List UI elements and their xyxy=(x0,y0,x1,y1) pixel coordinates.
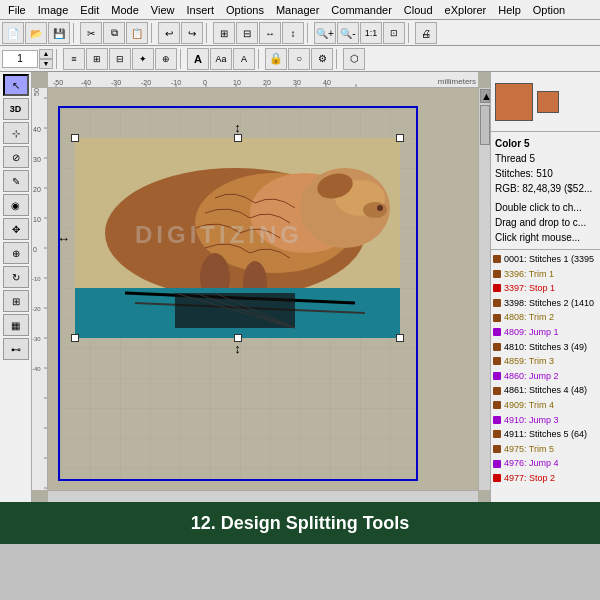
handle-tc[interactable] xyxy=(234,134,242,142)
stitch-item[interactable]: 4809: Jump 1 xyxy=(493,325,598,340)
stitches-label: Stitches: 510 xyxy=(495,166,596,181)
scroll-up-btn[interactable]: ▲ xyxy=(480,89,490,103)
stitch-btn2[interactable]: ⊞ xyxy=(86,48,108,70)
menu-cloud[interactable]: Cloud xyxy=(398,2,439,18)
cut-button[interactable]: ✂ xyxy=(80,22,102,44)
handle-bl[interactable] xyxy=(71,334,79,342)
select-all-button[interactable]: ⊞ xyxy=(213,22,235,44)
stitch-color-dot xyxy=(493,299,501,307)
toolbar-1: 📄 📂 💾 ✂ ⧉ 📋 ↩ ↪ ⊞ ⊟ ↔ ↕ 🔍+ 🔍- 1:1 ⊡ 🖨 xyxy=(0,20,600,46)
copy-button[interactable]: ⧉ xyxy=(103,22,125,44)
menu-view[interactable]: View xyxy=(145,2,181,18)
select-tool[interactable]: ⊹ xyxy=(3,122,29,144)
stitch-item[interactable]: 3398: Stitches 2 (1410 xyxy=(493,296,598,311)
menu-bar: File Image Edit Mode View Insert Options… xyxy=(0,0,600,20)
handle-tr[interactable] xyxy=(396,134,404,142)
stitch-item[interactable]: 0001: Stitches 1 (3395 xyxy=(493,252,598,267)
circle-btn[interactable]: ○ xyxy=(288,48,310,70)
text-btn-A2[interactable]: A xyxy=(233,48,255,70)
eye-tool[interactable]: ◉ xyxy=(3,194,29,216)
arrow-tool[interactable]: ↖ xyxy=(3,74,29,96)
stitch-item[interactable]: 4860: Jump 2 xyxy=(493,369,598,384)
v-tick-20: 20 xyxy=(33,186,41,193)
stitch-btn4[interactable]: ✦ xyxy=(132,48,154,70)
handle-tl[interactable] xyxy=(71,134,79,142)
menu-edit[interactable]: Edit xyxy=(74,2,105,18)
select2-button[interactable]: ⊟ xyxy=(236,22,258,44)
h-scrollbar[interactable] xyxy=(48,490,478,502)
v-tick-n30: -30 xyxy=(32,336,41,342)
redo-button[interactable]: ↪ xyxy=(181,22,203,44)
zoom-100-button[interactable]: 1:1 xyxy=(360,22,382,44)
undo-button[interactable]: ↩ xyxy=(158,22,180,44)
scroll-thumb[interactable] xyxy=(480,105,490,145)
print-button[interactable]: 🖨 xyxy=(415,22,437,44)
gear-btn[interactable]: ⚙ xyxy=(311,48,333,70)
stitch-btn1[interactable]: ≡ xyxy=(63,48,85,70)
3d-tool[interactable]: 3D xyxy=(3,98,29,120)
stitch-item[interactable]: 3396: Trim 1 xyxy=(493,267,598,282)
left-toolbar: ↖ 3D ⊹ ⊘ ✎ ◉ ✥ ⊕ ↻ ⊞ ▦ ⊷ xyxy=(0,72,32,502)
stitch-list[interactable]: 0001: Stitches 1 (33953396: Trim 13397: … xyxy=(491,250,600,502)
zoom-out-button[interactable]: 🔍- xyxy=(337,22,359,44)
sep9 xyxy=(336,49,340,69)
menu-explorer[interactable]: eXplorer xyxy=(439,2,493,18)
stitch-item[interactable]: 4859: Trim 3 xyxy=(493,354,598,369)
fill-tool[interactable]: ▦ xyxy=(3,314,29,336)
v-tick-n20: -20 xyxy=(32,306,41,312)
sep7 xyxy=(180,49,184,69)
stitch-item[interactable]: 4911: Stitches 5 (64) xyxy=(493,427,598,442)
extra-btn[interactable]: ⬡ xyxy=(343,48,365,70)
paste-button[interactable]: 📋 xyxy=(126,22,148,44)
stitch-item[interactable]: 4861: Stitches 4 (48) xyxy=(493,383,598,398)
stitch-item[interactable]: 4977: Stop 2 xyxy=(493,471,598,486)
new-button[interactable]: 📄 xyxy=(2,22,24,44)
move-tool[interactable]: ✥ xyxy=(3,218,29,240)
zoom-input[interactable] xyxy=(2,50,38,68)
text-btn-A[interactable]: A xyxy=(187,48,209,70)
zoom-up-btn[interactable]: ▲ xyxy=(39,49,53,59)
menu-image[interactable]: Image xyxy=(32,2,75,18)
flip-button[interactable]: ↕ xyxy=(282,22,304,44)
split-tool[interactable]: ⊞ xyxy=(3,290,29,312)
zoom-tool2[interactable]: ⊕ xyxy=(3,242,29,264)
rotate-tool[interactable]: ↻ xyxy=(3,266,29,288)
thread-label: Thread 5 xyxy=(495,151,596,166)
canvas-content[interactable]: DIGITIZING ↕ ↕ ↔ xyxy=(48,88,478,490)
stitch-item[interactable]: 4810: Stitches 3 (49) xyxy=(493,340,598,355)
stitch-item[interactable]: 4808: Trim 2 xyxy=(493,310,598,325)
zoom-fit-button[interactable]: ⊡ xyxy=(383,22,405,44)
open-button[interactable]: 📂 xyxy=(25,22,47,44)
menu-manager[interactable]: Manager xyxy=(270,2,325,18)
v-scrollbar[interactable]: ▲ xyxy=(478,88,490,490)
lasso-tool[interactable]: ⊘ xyxy=(3,146,29,168)
stitch-item[interactable]: 4909: Trim 4 xyxy=(493,398,598,413)
sep1 xyxy=(73,23,77,43)
stitch-color-dot xyxy=(493,387,501,395)
menu-file[interactable]: File xyxy=(2,2,32,18)
rotate-button[interactable]: ↔ xyxy=(259,22,281,44)
zoom-in-button[interactable]: 🔍+ xyxy=(314,22,336,44)
stitch-item[interactable]: 4975: Trim 5 xyxy=(493,442,598,457)
menu-option[interactable]: Option xyxy=(527,2,571,18)
stitch-item[interactable]: 4976: Jump 4 xyxy=(493,456,598,471)
v-tick-n40: -40 xyxy=(32,366,41,372)
menu-options[interactable]: Options xyxy=(220,2,270,18)
lock-btn[interactable]: 🔒 xyxy=(265,48,287,70)
menu-commander[interactable]: Commander xyxy=(325,2,398,18)
v-tick-10: 10 xyxy=(33,216,41,223)
color-info: Color 5 Thread 5 Stitches: 510 RGB: 82,4… xyxy=(491,132,600,250)
needle-tool[interactable]: ⊷ xyxy=(3,338,29,360)
zoom-down-btn[interactable]: ▼ xyxy=(39,59,53,69)
menu-help[interactable]: Help xyxy=(492,2,527,18)
save-button[interactable]: 💾 xyxy=(48,22,70,44)
pencil-tool[interactable]: ✎ xyxy=(3,170,29,192)
stitch-item[interactable]: 4910: Jump 3 xyxy=(493,413,598,428)
stitch-btn3[interactable]: ⊟ xyxy=(109,48,131,70)
handle-br[interactable] xyxy=(396,334,404,342)
stitch-item[interactable]: 3397: Stop 1 xyxy=(493,281,598,296)
text-btn-Aa[interactable]: Aa xyxy=(210,48,232,70)
stitch-btn5[interactable]: ⊕ xyxy=(155,48,177,70)
menu-mode[interactable]: Mode xyxy=(105,2,145,18)
menu-insert[interactable]: Insert xyxy=(180,2,220,18)
